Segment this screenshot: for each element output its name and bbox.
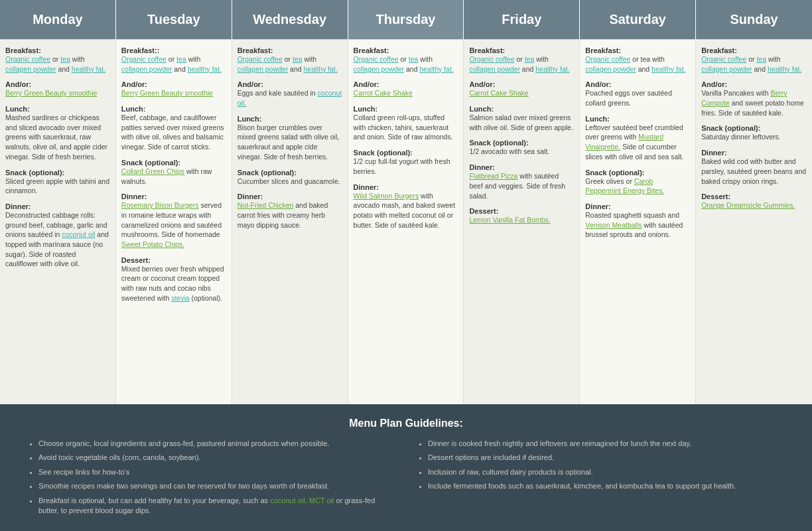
footer-columns: Choose organic, local ingredients and gr… <box>27 439 785 520</box>
lunch-label: Lunch: <box>469 105 494 113</box>
andor-text: Carrot Cake Shake <box>354 89 413 97</box>
thursday-breakfast: Breakfast: Organic coffee or tea with co… <box>354 46 458 74</box>
dessert-text: Orange Dreamsicle Gummies. <box>701 201 795 209</box>
breakfast-text: Organic coffee or tea with collagen powd… <box>469 55 569 73</box>
tea-link[interactable]: tea <box>409 55 419 63</box>
breakfast-label: Breakfast: <box>469 46 505 54</box>
snack-label: Snack (optional): <box>585 169 644 177</box>
breakfast-label: Breakfast: <box>237 46 273 54</box>
andor-label: And/or: <box>585 80 611 88</box>
andor-label: And/or: <box>469 80 495 88</box>
lunch-text: Mashed sardines or chickpeas and sliced … <box>5 114 107 161</box>
healthy-fat-link[interactable]: healthy fat. <box>304 65 338 73</box>
friday-dessert: Dessert: Lemon Vanilla Fat Bombs. <box>469 207 574 225</box>
snack-text: Collard Green Chips with raw walnuts. <box>121 167 212 185</box>
healthy-fat-link[interactable]: healthy fat. <box>188 65 222 73</box>
carrot-cake-link[interactable]: Carrot Cake Shake <box>354 89 413 97</box>
monday-dinner: Dinner: Deconstructed cabbage rolls: gro… <box>5 202 110 269</box>
collagen-link[interactable]: collagen powder <box>469 65 519 73</box>
carob-link[interactable]: Carob Peppermint Energy Bites. <box>585 177 664 195</box>
breakfast-label: Breakfast: <box>585 46 621 54</box>
thursday-snack: Snack (optional): 1/2 cup full-fat yogur… <box>354 149 458 176</box>
coffee-link[interactable]: Organic coffee <box>5 55 50 63</box>
breakfast-text: Organic coffee or tea with collagen powd… <box>5 55 105 73</box>
collagen-link[interactable]: collagen powder <box>585 65 636 73</box>
smoothie-link[interactable]: Berry Green Beauty smoothie <box>5 89 97 97</box>
lunch-text: Bison burger crumbles over mixed greens … <box>237 123 340 161</box>
tea-link[interactable]: tea <box>756 55 766 63</box>
coffee-link[interactable]: Organic coffee <box>585 55 630 63</box>
tuesday-header: Tuesday <box>116 0 232 39</box>
berry-compote-link[interactable]: Berry Compote <box>701 89 787 107</box>
snack-text: Saturday dinner leftovers. <box>701 133 781 141</box>
sunday-header: Sunday <box>696 0 812 39</box>
healthy-fat-link[interactable]: healthy fat. <box>535 65 569 73</box>
not-fried-chicken-link[interactable]: Not-Fried Chicken <box>237 201 294 209</box>
carrot-cake-link[interactable]: Carrot Cake Shake <box>469 89 528 97</box>
sunday-andor: And/or: Vanilla Pancakes with Berry Comp… <box>701 80 807 117</box>
footer: Menu Plan Guidelines: Choose organic, lo… <box>0 404 812 531</box>
tea-link[interactable]: tea <box>176 55 186 63</box>
healthy-fat-link[interactable]: healthy fat. <box>768 65 801 73</box>
coconut-oil-link[interactable]: coconut oil. <box>237 89 342 107</box>
dessert-label: Dessert: <box>121 256 151 264</box>
coconut-oil-footer-link[interactable]: coconut oil, MCT oil <box>270 496 334 504</box>
lunch-text: Leftover sautéed beef crumbled over gree… <box>585 123 683 161</box>
saturday-breakfast: Breakfast: Organic coffee or tea with co… <box>585 46 690 74</box>
tea-link[interactable]: tea <box>60 55 70 63</box>
coffee-link[interactable]: Organic coffee <box>354 55 399 63</box>
coffee-link[interactable]: Organic coffee <box>121 55 167 63</box>
breakfast-text: Organic coffee or tea with collagen powd… <box>354 55 454 73</box>
andor-label: And/or: <box>121 80 147 88</box>
venison-link[interactable]: Venison Meatballs <box>585 221 642 229</box>
friday-snack: Snack (optional): 1/2 avocado with sea s… <box>469 139 574 157</box>
dinner-label: Dinner: <box>469 163 495 171</box>
healthy-fat-link[interactable]: healthy fat. <box>419 65 453 73</box>
saturday-andor: And/or: Poached eggs over sautéed collar… <box>585 80 690 108</box>
collagen-link[interactable]: collagen powder <box>701 65 752 73</box>
collagen-link[interactable]: collagen powder <box>354 65 404 73</box>
saturday-header: Saturday <box>580 0 696 39</box>
breakfast-label: Breakfast: <box>701 46 737 54</box>
coffee-link[interactable]: Organic coffee <box>469 55 514 63</box>
andor-text: Berry Green Beauty smoothie <box>121 89 213 97</box>
footer-item-8: Inclusion of raw, cultured dairy product… <box>428 467 785 477</box>
tuesday-andor: And/or: Berry Green Beauty smoothie <box>121 80 226 98</box>
wednesday-andor: And/or: Eggs and kale sautéed in coconut… <box>237 80 342 108</box>
tea-link[interactable]: tea <box>293 55 303 63</box>
collagen-link[interactable]: collagen powder <box>237 65 288 73</box>
bison-burgers-link[interactable]: Rosemary Bison Burgers <box>121 201 199 209</box>
friday-breakfast: Breakfast: Organic coffee or tea with co… <box>469 46 574 74</box>
mustard-link[interactable]: Mustard Vinaigrette. <box>585 133 663 151</box>
smoothie-link[interactable]: Berry Green Beauty smoothie <box>121 89 213 97</box>
sunday-breakfast: Breakfast: Organic coffee or tea with co… <box>701 46 807 74</box>
collagen-link[interactable]: collagen powder <box>5 65 56 73</box>
saturday-dinner: Dinner: Roasted spaghetti squash and Ven… <box>585 202 690 240</box>
sunday-dinner: Dinner: Baked wild cod with butter and p… <box>701 149 807 186</box>
wednesday-breakfast: Breakfast: Organic coffee or tea with co… <box>237 46 342 74</box>
monday-cell: Breakfast: Organic coffee or tea with co… <box>0 39 116 404</box>
collagen-link[interactable]: collagen powder <box>121 65 172 73</box>
coconut-oil-link[interactable]: coconut oil <box>62 230 95 238</box>
sweet-potato-chips-link[interactable]: Sweet Potato Chips. <box>121 240 184 248</box>
andor-label: And/or: <box>237 80 263 88</box>
dessert-text: Lemon Vanilla Fat Bombs. <box>469 216 550 224</box>
dessert-label: Dessert: <box>701 192 730 200</box>
stevia-link[interactable]: stevia <box>171 294 189 302</box>
fat-bombs-link[interactable]: Lemon Vanilla Fat Bombs. <box>469 216 550 224</box>
flatbread-pizza-link[interactable]: Flatbread Pizza <box>469 172 517 180</box>
healthy-fat-link[interactable]: healthy fat. <box>72 65 105 73</box>
lunch-label: Lunch: <box>237 115 262 123</box>
coffee-link[interactable]: Organic coffee <box>237 55 283 63</box>
collard-chips-link[interactable]: Collard Green Chips <box>121 167 184 175</box>
dinner-text: Not-Fried Chicken and baked carrot fries… <box>237 201 328 228</box>
salmon-burgers-link[interactable]: Wild Salmon Burgers <box>354 192 419 200</box>
breakfast-label: Breakfast:: <box>121 46 159 54</box>
tea-link[interactable]: tea <box>525 55 535 63</box>
snack-text: 1/2 cup full-fat yogurt with fresh berri… <box>354 157 450 175</box>
dreamsicle-link[interactable]: Orange Dreamsicle Gummies. <box>701 201 795 209</box>
wednesday-lunch: Lunch: Bison burger crumbles over mixed … <box>237 115 342 162</box>
andor-text: Vanilla Pancakes with Berry Compote and … <box>701 89 804 116</box>
healthy-fat-link[interactable]: healthy fat. <box>651 65 685 73</box>
coffee-link[interactable]: Organic coffee <box>701 55 746 63</box>
